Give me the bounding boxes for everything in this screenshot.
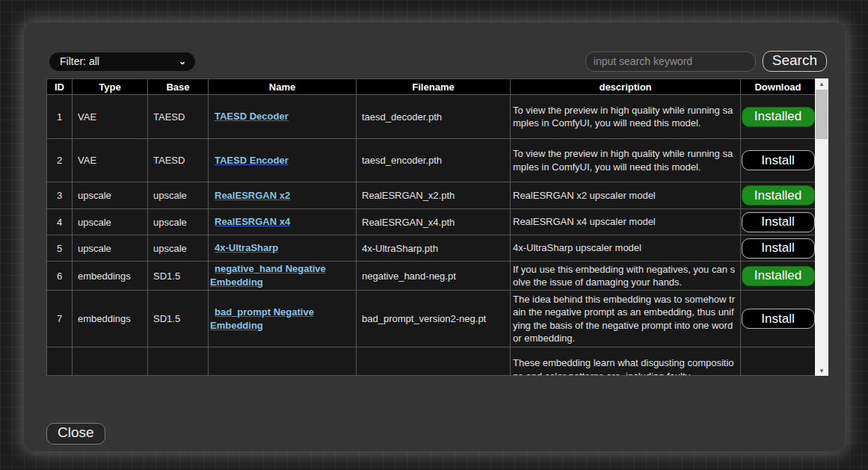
cell-type: embeddings: [73, 291, 148, 347]
cell-type: VAE: [73, 139, 148, 182]
install-button[interactable]: Install: [742, 150, 815, 170]
cell-name: TAESD Decoder: [209, 95, 357, 139]
column-header-type: Type: [73, 79, 148, 95]
cell-filename: 4x-UltraSharp.pth: [357, 235, 511, 262]
cell-download: Install: [741, 235, 816, 262]
cell-download: Install: [741, 139, 816, 182]
model-name-link[interactable]: TAESD Encoder: [215, 155, 289, 166]
install-button[interactable]: Installed: [742, 266, 815, 286]
cell-name: TAESD Encoder: [209, 139, 357, 182]
cell-name: RealESRGAN x2: [209, 182, 357, 209]
cell-download: Install: [741, 291, 816, 347]
cell-id: 4: [47, 209, 73, 235]
scrollbar-thumb[interactable]: [816, 90, 828, 139]
scroll-down-icon[interactable]: ▼: [815, 365, 828, 376]
cell-description: To view the preview in high quality whil…: [511, 95, 741, 139]
cell-download: Installed: [741, 95, 816, 139]
cell-download: Installed: [741, 262, 816, 291]
table-row: 5 upscale upscale 4x-UltraSharp 4x-Ultra…: [47, 235, 816, 262]
canvas-background: { "colors": { "installed_green": "#1c8a1…: [0, 0, 868, 470]
cell-id: [47, 347, 73, 377]
table-row: 6 embeddings SD1.5 negative_hand Negativ…: [47, 262, 816, 291]
cell-description: RealESRGAN x4 upscaler model: [511, 209, 741, 235]
cell-id: 3: [47, 182, 73, 209]
install-button[interactable]: Installed: [742, 185, 815, 205]
cell-download: [741, 347, 816, 377]
cell-filename: negative_hand-neg.pt: [357, 262, 511, 291]
cell-description: 4x-UltraSharp upscaler model: [511, 235, 741, 262]
cell-description: These embedding learn what disgusting co…: [511, 347, 741, 377]
install-button[interactable]: Install: [742, 309, 815, 329]
column-header-filename: Filename: [357, 79, 511, 95]
filter-select[interactable]: Filter: all ⌄: [49, 52, 196, 72]
cell-download: Installed: [741, 182, 816, 209]
column-header-description: description: [511, 79, 741, 95]
column-header-name: Name: [209, 79, 357, 95]
cell-type: embeddings: [73, 262, 148, 291]
model-table-clip: ID Type Base Name Filename description D…: [46, 78, 815, 376]
column-header-download: Download: [741, 79, 816, 95]
cell-name: 4x-UltraSharp: [209, 235, 357, 262]
table-row: 1 VAE TAESD TAESD Decoder taesd_decoder.…: [47, 95, 816, 139]
model-name-link[interactable]: bad_prompt Negative Embedding: [210, 306, 314, 331]
install-button[interactable]: Install: [742, 212, 815, 232]
model-table-container: ID Type Base Name Filename description D…: [46, 78, 828, 376]
cell-base: SD1.5: [148, 262, 209, 291]
cell-filename: RealESRGAN_x4.pth: [357, 209, 511, 235]
cell-base: TAESD: [148, 95, 209, 139]
table-row: 3 upscale upscale RealESRGAN x2 RealESRG…: [47, 182, 816, 209]
table-scrollbar[interactable]: ▲ ▼: [815, 78, 828, 376]
table-row: 7 embeddings SD1.5 bad_prompt Negative E…: [47, 291, 816, 347]
cell-filename: RealESRGAN_x2.pth: [357, 182, 511, 209]
cell-id: 6: [47, 262, 73, 291]
cell-id: 1: [47, 95, 73, 139]
model-name-link[interactable]: negative_hand Negative Embedding: [210, 263, 326, 288]
install-button[interactable]: Installed: [742, 107, 815, 127]
cell-download: Install: [741, 209, 816, 235]
model-name-link[interactable]: TAESD Decoder: [215, 111, 289, 122]
cell-filename: taesd_encoder.pth: [357, 139, 511, 182]
cell-id: 7: [47, 291, 73, 347]
scroll-up-icon[interactable]: ▲: [815, 78, 828, 89]
column-header-base: Base: [148, 79, 209, 95]
model-table: ID Type Base Name Filename description D…: [46, 78, 815, 376]
column-header-id: ID: [47, 79, 73, 95]
model-name-link[interactable]: RealESRGAN x4: [215, 216, 290, 227]
cell-base: TAESD: [148, 139, 209, 182]
cell-name: bad_prompt Negative Embedding: [209, 291, 357, 347]
table-row: 4 upscale upscale RealESRGAN x4 RealESRG…: [47, 209, 816, 235]
install-button[interactable]: Install: [742, 238, 815, 259]
filter-select-label: Filter: all: [60, 55, 99, 67]
cell-description: If you use this embedding with negatives…: [511, 262, 741, 291]
cell-type: upscale: [73, 235, 148, 262]
cell-base: upscale: [148, 209, 209, 235]
cell-filename: taesd_decoder.pth: [357, 95, 511, 139]
cell-id: 5: [47, 235, 73, 262]
table-row: These embedding learn what disgusting co…: [47, 347, 816, 377]
model-name-link[interactable]: RealESRGAN x2: [215, 190, 290, 201]
cell-description: The idea behind this embedding was to so…: [511, 291, 741, 347]
cell-filename: [357, 347, 511, 377]
cell-id: 2: [47, 139, 73, 182]
model-name-link[interactable]: 4x-UltraSharp: [215, 242, 278, 253]
cell-type: upscale: [73, 182, 148, 209]
cell-filename: bad_prompt_version2-neg.pt: [357, 291, 511, 347]
search-group: Search: [585, 51, 827, 72]
cell-base: [148, 347, 209, 377]
cell-description: RealESRGAN x2 upscaler model: [511, 182, 741, 209]
cell-base: upscale: [148, 235, 209, 262]
header-row: ID Type Base Name Filename description D…: [47, 79, 816, 95]
cell-name: [209, 347, 357, 377]
dialog-footer: Close: [46, 423, 845, 445]
search-button[interactable]: Search: [763, 51, 827, 72]
toolbar: Filter: all ⌄ Search: [24, 22, 845, 72]
cell-type: [73, 347, 148, 377]
cell-type: VAE: [73, 95, 148, 139]
cell-type: upscale: [73, 209, 148, 235]
search-input[interactable]: [585, 52, 756, 72]
model-manager-dialog: Filter: all ⌄ Search ID Type Base: [24, 22, 845, 451]
cell-description: To view the preview in high quality whil…: [511, 139, 741, 182]
chevron-down-icon: ⌄: [179, 56, 186, 67]
cell-name: RealESRGAN x4: [209, 209, 357, 235]
close-button[interactable]: Close: [46, 423, 105, 445]
